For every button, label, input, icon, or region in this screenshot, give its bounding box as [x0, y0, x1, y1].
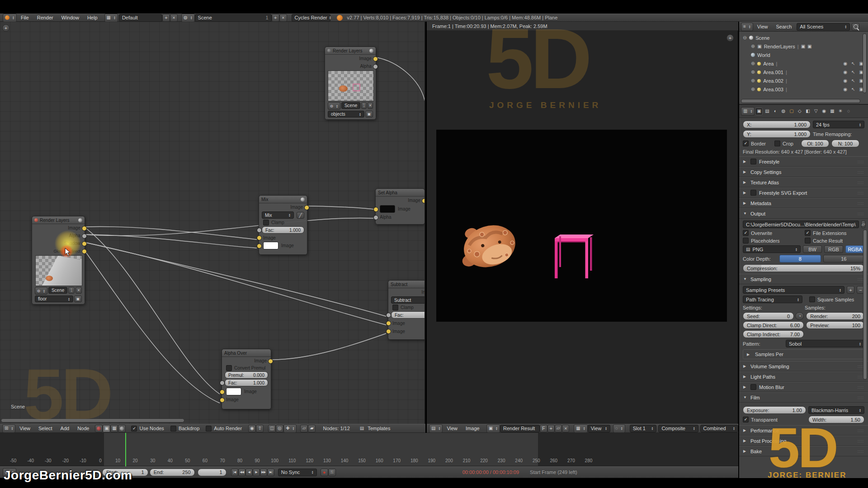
start-frame-field[interactable]: Start:1: [102, 469, 148, 476]
outliner-row-area-002[interactable]: ⊕ Area.002 | ◉↖▣: [743, 76, 868, 85]
seed-animate-clock-button[interactable]: ◔: [795, 312, 804, 320]
outliner-row-renderlayers[interactable]: ⊕ ▣ RenderLayers | ▣ ▣: [743, 42, 868, 51]
socket-image2-in[interactable]: [220, 398, 225, 403]
outliner-row-area-003[interactable]: ⊕ Area.003 | ◉↖▣: [743, 85, 868, 94]
square-samples-checkbox[interactable]: [809, 296, 815, 302]
panel-texture-atlas[interactable]: ▶Texture Atlas::::: [739, 177, 868, 188]
render-layer-render-button[interactable]: ▣: [365, 111, 373, 117]
use-alpha-toggle[interactable]: ╱: [297, 212, 304, 219]
tab-particles[interactable]: ✳: [836, 108, 844, 115]
templates-label[interactable]: Templates: [368, 426, 390, 431]
expander-icon[interactable]: ⊕: [751, 69, 755, 75]
socket-image-out[interactable]: [268, 359, 273, 364]
socket-fac-in[interactable]: [220, 380, 225, 385]
fake-user-button[interactable]: F: [540, 425, 547, 432]
scene-browse-icon[interactable]: ◍: [328, 102, 340, 110]
node-mix[interactable]: Mix Image Mix ╱ Clamp Fac:1.000 Image Im…: [259, 195, 307, 255]
add-layout-button[interactable]: +: [162, 14, 170, 22]
panel-bake[interactable]: ▶Bake::::: [739, 446, 868, 456]
tab-constraints[interactable]: ◇: [796, 108, 803, 115]
play-reverse-button[interactable]: ◀: [245, 469, 253, 476]
node-header[interactable]: Subtract: [388, 281, 425, 288]
panel-volume-sampling[interactable]: ▶Volume Sampling::::: [739, 361, 868, 371]
jump-to-start-button[interactable]: |◀: [231, 469, 238, 476]
backdrop-checkbox[interactable]: [170, 426, 176, 432]
filter-width-field[interactable]: Width:1.50: [808, 416, 864, 423]
auto-render-checkbox[interactable]: [206, 426, 212, 432]
border-checkbox[interactable]: [743, 141, 749, 146]
editor-type-selector[interactable]: ≡: [741, 23, 753, 31]
horizontal-scrollbar[interactable]: [1, 418, 184, 422]
panel-metadata[interactable]: ▶Metadata::::: [739, 198, 868, 208]
pass-select[interactable]: Combined: [700, 425, 738, 432]
node-subtract[interactable]: Subtract Image Subtract Clamp Fac: Image…: [388, 280, 425, 340]
expander-icon[interactable]: ⊖: [743, 35, 747, 41]
editor-type-selector[interactable]: [3, 14, 17, 22]
users-count[interactable]: 1: [361, 102, 366, 109]
open-image-button[interactable]: ▱: [555, 425, 562, 432]
preview-toggle-icon[interactable]: [369, 49, 373, 53]
preview-toggle-icon[interactable]: [301, 197, 305, 202]
render-layer-select[interactable]: floor: [35, 296, 73, 302]
scene-browse-icon[interactable]: ◍: [35, 287, 47, 295]
image-browse-icon[interactable]: ▣: [486, 424, 500, 433]
panel-film[interactable]: ▼Film::::: [739, 392, 868, 403]
render-samples-field[interactable]: Render:200: [806, 312, 864, 320]
premul-slider[interactable]: Premul:0.000: [225, 371, 268, 379]
output-image[interactable]: Image: [388, 288, 425, 296]
output-image[interactable]: Image: [325, 55, 376, 62]
ghost-curves-button[interactable]: ◫: [268, 425, 276, 432]
node-header[interactable]: Set Alpha: [376, 189, 425, 197]
selectability-arrow-icon[interactable]: ↖: [851, 87, 855, 92]
socket-image1-in[interactable]: [220, 389, 225, 394]
snap-toggle-button[interactable]: ◎: [276, 425, 283, 432]
selectability-arrow-icon[interactable]: ↖: [851, 61, 855, 66]
socket-image1-in[interactable]: [257, 235, 262, 240]
node-header[interactable]: Render Layers: [32, 216, 85, 224]
texture-nodes-tab[interactable]: ▦: [110, 425, 118, 432]
shader-nodes-tab[interactable]: [95, 425, 103, 432]
properties-region-expand-button[interactable]: +: [726, 34, 734, 42]
copy-nodes-button[interactable]: ▱: [300, 425, 308, 432]
aspect-x-field[interactable]: X:1.000: [743, 121, 811, 128]
node-editor[interactable]: + Render Layers Image Alpha Shadow Gloss…: [0, 22, 425, 424]
tab-render[interactable]: ▣: [755, 108, 763, 115]
socket-shadow[interactable]: [82, 241, 87, 246]
input-image-2[interactable]: Image: [222, 396, 271, 404]
paste-nodes-button[interactable]: ▰: [308, 425, 316, 432]
fac-slider[interactable]: Fac:1.000: [225, 379, 268, 386]
visibility-eye-icon[interactable]: ◉: [843, 70, 847, 75]
pattern-select[interactable]: Sobol: [786, 340, 864, 347]
preview-toggle-icon[interactable]: [78, 218, 82, 222]
view-select[interactable]: View: [588, 425, 610, 432]
output-path-field[interactable]: C:\JorgeBernier5D\Docu...\Blender\blende…: [743, 221, 859, 228]
view-mode-icon[interactable]: ▦: [574, 424, 587, 433]
panel-copy-settings[interactable]: ▶Copy Settings::::: [739, 167, 868, 177]
add-scene-button[interactable]: +: [272, 14, 279, 22]
freestyle-checkbox[interactable]: [750, 159, 756, 164]
image-color-swatch[interactable]: [380, 205, 395, 213]
record-button[interactable]: ●: [321, 469, 328, 476]
editor-type-selector[interactable]: ◷: [3, 468, 16, 477]
file-extensions-checkbox[interactable]: [805, 230, 811, 236]
outliner-row-scene[interactable]: ⊖ Scene: [743, 33, 868, 42]
panel-post-processing[interactable]: ▶Post Processing::::: [739, 436, 868, 446]
scene-selector[interactable]: Scene 1: [195, 14, 272, 22]
clamp-indirect-field[interactable]: Clamp Indirect:7.00: [743, 330, 804, 338]
image2-color-swatch[interactable]: [263, 242, 278, 249]
socket-image2-in[interactable]: [386, 329, 391, 334]
input-image[interactable]: Image: [376, 204, 425, 213]
tab-scene[interactable]: ◐: [771, 108, 779, 115]
line-style-nodes-tab[interactable]: [118, 425, 126, 432]
node-scene-field[interactable]: Scene: [341, 102, 360, 109]
output-image[interactable]: Image: [222, 357, 271, 365]
integrator-select[interactable]: Path Tracing: [743, 296, 802, 303]
new-image-button[interactable]: +: [547, 425, 555, 432]
panel-light-paths[interactable]: ▶Light Paths::::: [739, 371, 868, 382]
search-button[interactable]: [852, 23, 859, 31]
blend-type-select[interactable]: Subtract: [391, 296, 425, 304]
outliner-vertical-scrollbar[interactable]: [863, 33, 867, 93]
users-count[interactable]: 1: [68, 287, 74, 294]
tab-material[interactable]: ◉: [820, 108, 828, 115]
outliner-horizontal-scrollbar[interactable]: [741, 99, 860, 103]
